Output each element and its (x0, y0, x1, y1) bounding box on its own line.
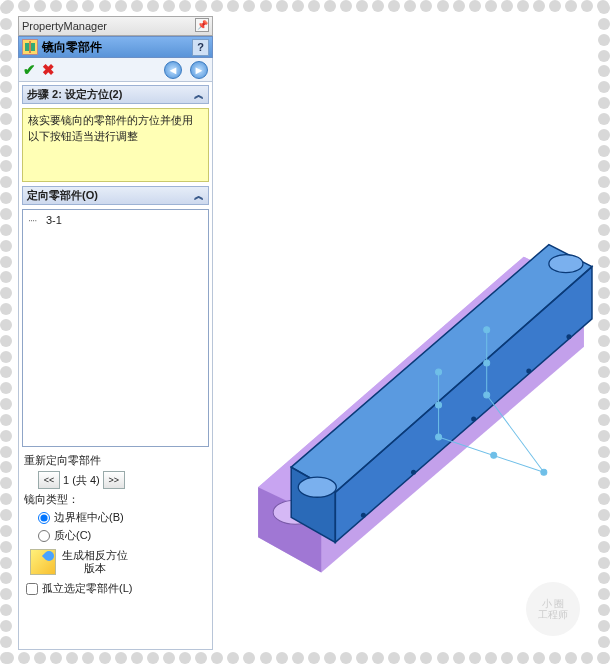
svg-point-31 (541, 469, 547, 475)
svg-point-26 (436, 402, 442, 408)
orient-component-list[interactable]: 3-1 (22, 209, 209, 447)
feature-title: 镜向零部件 (42, 39, 102, 56)
step-header-text: 步骤 2: 设定方位(2) (27, 87, 122, 102)
svg-point-17 (411, 470, 416, 475)
forward-button[interactable]: ► (190, 61, 208, 79)
isolate-checkbox-row[interactable]: 孤立选定零部件(L) (24, 581, 207, 596)
property-manager-header: PropertyManager 📌 (18, 16, 213, 36)
svg-point-27 (436, 434, 442, 440)
3d-viewport[interactable]: 小 圈 工程师 (213, 16, 594, 650)
watermark-l2: 工程师 (538, 609, 568, 620)
svg-point-25 (436, 369, 442, 375)
watermark-l1: 小 圈 (542, 598, 565, 609)
svg-point-15 (298, 477, 336, 497)
model-render (213, 16, 594, 648)
svg-point-14 (549, 255, 583, 273)
pin-icon[interactable]: 📌 (195, 18, 209, 32)
svg-point-28 (484, 327, 490, 333)
pager-text: 1 (共 4) (63, 473, 100, 488)
action-bar: ✔ ✖ ◄ ► (18, 58, 213, 82)
orient-header-text: 定向零部件(O) (27, 188, 98, 203)
decorative-border (0, 652, 612, 666)
generate-opposite-button[interactable]: 生成相反方位 版本 (24, 546, 207, 578)
decorative-border (0, 0, 612, 14)
chevron-up-icon: ︽ (194, 189, 204, 203)
help-button[interactable]: ? (192, 39, 209, 56)
svg-rect-1 (31, 43, 35, 51)
pm-title: PropertyManager (22, 20, 107, 32)
decorative-border (0, 0, 14, 666)
svg-rect-0 (25, 43, 29, 51)
list-item[interactable]: 3-1 (28, 213, 203, 227)
decorative-border (598, 0, 612, 666)
feature-title-bar: 镜向零部件 ? (18, 36, 213, 58)
step-message: 核实要镜向的零部件的方位并使用以下按钮适当进行调整 (22, 108, 209, 182)
svg-point-32 (491, 452, 497, 458)
orient-section-header[interactable]: 定向零部件(O) ︽ (22, 186, 209, 205)
svg-line-24 (487, 395, 544, 472)
radio-bbox-center[interactable]: 边界框中心(B) (24, 510, 207, 525)
chevron-up-icon: ︽ (194, 88, 204, 102)
svg-point-16 (361, 513, 366, 518)
mirror-feature-icon (22, 39, 38, 55)
svg-point-30 (484, 392, 490, 398)
radio-centroid-label: 质心(C) (54, 528, 91, 543)
pager-next-button[interactable]: >> (103, 471, 125, 489)
isolate-label: 孤立选定零部件(L) (42, 581, 132, 596)
svg-point-19 (526, 368, 531, 373)
watermark: 小 圈 工程师 (526, 582, 580, 636)
isolate-checkbox[interactable] (26, 583, 38, 595)
radio-centroid[interactable]: 质心(C) (24, 528, 207, 543)
svg-point-20 (566, 334, 571, 339)
reorient-label: 重新定向零部件 (24, 453, 207, 468)
radio-centroid-input[interactable] (38, 530, 50, 542)
mirror-type-label: 镜向类型： (24, 492, 207, 507)
generate-line1: 生成相反方位 (62, 549, 128, 562)
pager-prev-button[interactable]: << (38, 471, 60, 489)
radio-bbox-label: 边界框中心(B) (54, 510, 124, 525)
svg-point-29 (484, 360, 490, 366)
generate-line2: 版本 (62, 562, 128, 575)
radio-bbox-input[interactable] (38, 512, 50, 524)
svg-point-18 (471, 417, 476, 422)
back-button[interactable]: ◄ (164, 61, 182, 79)
ok-button[interactable]: ✔ (23, 61, 36, 79)
cancel-button[interactable]: ✖ (42, 61, 55, 79)
property-manager-panel: PropertyManager 📌 镜向零部件 ? ✔ ✖ ◄ ► 步骤 2: … (18, 16, 213, 650)
step-section-header[interactable]: 步骤 2: 设定方位(2) ︽ (22, 85, 209, 104)
generate-opposite-icon (30, 549, 56, 575)
